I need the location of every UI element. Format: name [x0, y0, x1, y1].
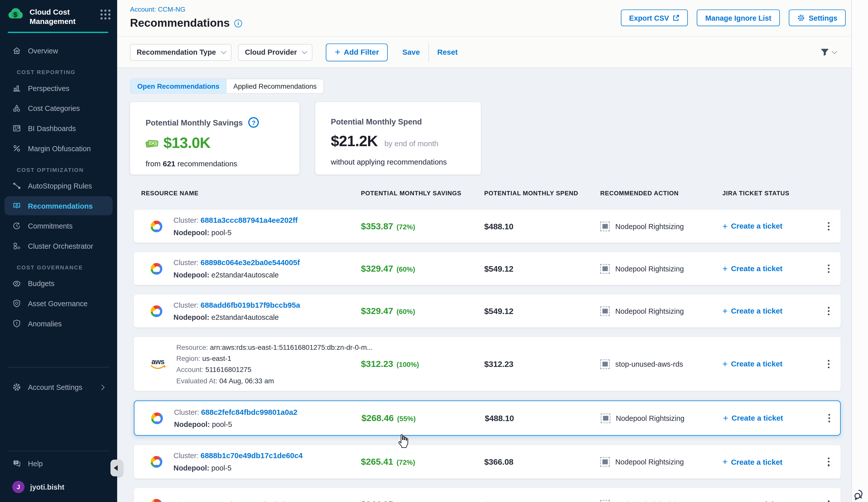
page-header: Account: CCM-NG Recommendations i Export…: [117, 0, 851, 37]
cluster-link[interactable]: 6886e92f59a48cad86b5b1c6: [200, 500, 301, 502]
sidebar-item-autostopping-rules[interactable]: AutoStopping Rules: [4, 176, 113, 195]
savings-percent: (60%): [396, 265, 415, 273]
gcp-icon: [149, 499, 163, 502]
table-row[interactable]: Cluster: 6886e92f59a48cad86b5b1c6 $244.0…: [134, 488, 840, 502]
export-csv-button[interactable]: Export CSV: [621, 10, 688, 26]
plus-icon: +: [722, 359, 727, 369]
sidebar-collapse-button[interactable]: [110, 460, 123, 476]
savings-percent: (72%): [396, 458, 415, 466]
chat-bubbles-icon: [854, 489, 866, 501]
table-row-selected[interactable]: Cluster: 688c2fefc84fbdc99801a0a2 Nodepo…: [134, 400, 840, 436]
gcp-icon: [149, 305, 163, 317]
table-row[interactable]: aws Resource: arn:aws:rds:us-east-1:5116…: [134, 337, 840, 391]
row-menu-button[interactable]: [826, 304, 832, 317]
spend-qualifier: by end of month: [384, 139, 438, 148]
cluster-orchestrator-icon: [12, 241, 21, 250]
tab-open-recommendations[interactable]: Open Recommendations: [131, 79, 227, 93]
save-filter-button[interactable]: Save: [402, 48, 420, 56]
ccm-logo-icon: $: [8, 7, 24, 22]
account-id: 511616801275: [205, 366, 251, 374]
module-grid-icon[interactable]: [100, 10, 110, 20]
cluster-link[interactable]: 6881a3ccc887941a4ee202ff: [200, 216, 298, 224]
create-ticket-link[interactable]: +Create a ticket: [722, 359, 782, 369]
cluster-link[interactable]: 6888b1c70e49db17c1de60c4: [200, 452, 303, 460]
gcp-icon: [149, 220, 163, 232]
right-scroll-gutter[interactable]: [851, 0, 868, 502]
cloud-provider-dropdown[interactable]: Cloud Provider: [238, 44, 312, 61]
column-header-jira-ticket-status: JIRA TICKET STATUS: [722, 190, 789, 197]
aws-icon: aws: [149, 358, 166, 369]
gcp-icon: [149, 456, 163, 468]
sidebar-item-overview[interactable]: Overview: [4, 41, 113, 60]
table-row[interactable]: Cluster: 68898c064e3e2ba0e544005f Nodepo…: [134, 252, 840, 285]
create-ticket-link[interactable]: +Create a ticket: [722, 500, 782, 502]
recommended-action: Nodepool Rightsizing: [615, 222, 684, 230]
row-menu-button[interactable]: [826, 262, 832, 275]
sidebar-item-margin-obfuscation[interactable]: Margin Obfuscation: [4, 139, 113, 158]
cluster-link[interactable]: 68898c064e3e2ba0e544005f: [200, 258, 300, 266]
reset-filter-button[interactable]: Reset: [437, 48, 458, 56]
plus-icon: +: [722, 221, 727, 231]
row-menu-button[interactable]: [826, 411, 833, 425]
action-type-icon: [601, 413, 610, 423]
piggy-bank-icon: [12, 279, 21, 288]
resource-arn: arn:aws:rds:us-east-1:511616801275:db:zn…: [210, 343, 372, 351]
sidebar-item-bi-dashboards[interactable]: BI Dashboards: [4, 119, 113, 138]
svg-text:?: ?: [15, 461, 17, 464]
create-ticket-link[interactable]: +Create a ticket: [722, 264, 782, 274]
breadcrumb[interactable]: Account: CCM-NG: [130, 6, 186, 13]
autostopping-icon: [12, 181, 21, 190]
add-filter-button[interactable]: + Add Filter: [326, 43, 388, 61]
row-menu-button[interactable]: [826, 498, 832, 502]
sidebar-item-label: Perspectives: [28, 84, 70, 92]
sidebar-item-commitments[interactable]: Commitments: [4, 217, 113, 236]
sidebar-item-help[interactable]: ? Help: [4, 454, 113, 473]
sidebar-item-perspectives[interactable]: Perspectives: [4, 79, 113, 97]
row-menu-button[interactable]: [826, 357, 832, 370]
sidebar-item-budgets[interactable]: Budgets: [4, 274, 113, 293]
question-icon[interactable]: ?: [248, 117, 259, 128]
filter-panel-button[interactable]: [820, 48, 836, 56]
create-ticket-link[interactable]: +Create a ticket: [722, 221, 782, 231]
section-label-cost-governance: COST GOVERNANCE: [17, 264, 117, 270]
sidebar-item-account-settings[interactable]: Account Settings: [4, 376, 113, 398]
cluster-link[interactable]: 688c2fefc84fbdc99801a0a2: [201, 408, 297, 416]
sidebar-item-cluster-orchestrator[interactable]: Cluster Orchestrator: [4, 237, 113, 255]
sidebar-item-cost-categories[interactable]: Cost Categories: [4, 99, 113, 118]
gear-icon: [797, 14, 805, 22]
sidebar-item-label: AutoStopping Rules: [28, 181, 92, 190]
potential-monthly-spend-card: Potential Monthly Spend $21.2K by end of…: [315, 102, 481, 175]
potential-monthly-savings-card: Potential Monthly Savings ? $13.0K from …: [130, 102, 300, 175]
create-ticket-link[interactable]: +Create a ticket: [722, 457, 782, 467]
sidebar-item-anomalies[interactable]: Anomalies: [4, 314, 113, 333]
sidebar-item-label: Budgets: [28, 279, 55, 287]
evaluated-at: 04 Aug, 06:33 am: [219, 377, 274, 385]
recommendation-type-dropdown[interactable]: Recommendation Type: [130, 44, 231, 61]
table-row[interactable]: Cluster: 6881a3ccc887941a4ee202ff Nodepo…: [134, 210, 840, 243]
sidebar-item-recommendations[interactable]: Recommendations: [4, 196, 113, 215]
support-chat-button[interactable]: [854, 489, 866, 502]
chevron-down-icon: [832, 49, 837, 54]
recommended-action: stop-unused-aws-rds: [615, 360, 683, 368]
row-menu-button[interactable]: [826, 220, 832, 233]
savings-amount: $329.47: [361, 306, 393, 315]
row-menu-button[interactable]: [826, 456, 832, 469]
funnel-icon: [820, 48, 830, 56]
settings-button[interactable]: Settings: [789, 10, 846, 26]
gcp-icon: [150, 412, 164, 424]
spend-amount: $488.10: [484, 222, 513, 231]
table-row[interactable]: Cluster: 6888b1c70e49db17c1de60c4 Nodepo…: [134, 445, 840, 479]
plus-icon: +: [722, 500, 727, 502]
shield-dollar-icon: [12, 299, 21, 308]
user-menu[interactable]: J jyoti.bisht: [12, 481, 64, 493]
create-ticket-link[interactable]: +Create a ticket: [722, 306, 782, 316]
cluster-link[interactable]: 688add6fb019b17f9bccb95a: [200, 301, 300, 309]
tab-applied-recommendations[interactable]: Applied Recommendations: [227, 79, 323, 93]
sidebar-divider: [8, 451, 110, 451]
manage-ignore-list-button[interactable]: Manage Ignore List: [697, 10, 780, 26]
sidebar-item-asset-governance[interactable]: Asset Governance: [4, 294, 113, 313]
table-row[interactable]: Cluster: 688add6fb019b17f9bccb95a Nodepo…: [134, 295, 840, 328]
info-icon[interactable]: i: [234, 19, 242, 27]
sidebar-item-label: Account Settings: [28, 383, 82, 391]
create-ticket-link[interactable]: +Create a ticket: [723, 413, 783, 423]
